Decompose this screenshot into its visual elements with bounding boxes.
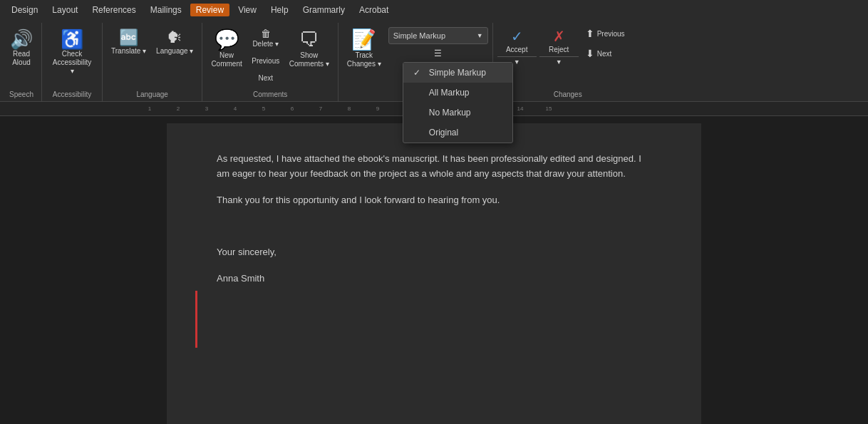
document-area: As requested, I have attached the ebook'… (0, 116, 868, 424)
dropdown-item-original[interactable]: Original (403, 123, 512, 143)
dropdown-item-all-markup[interactable]: All Markup (403, 83, 512, 103)
track-changes-icon: 📝 (351, 30, 376, 50)
previous-change-button[interactable]: ⬆ Previous (582, 24, 639, 43)
paragraph-name: Anna Smith (217, 272, 651, 286)
track-changes-label: TrackChanges ▾ (347, 51, 381, 68)
translate-button[interactable]: 🔤 Translate ▾ (107, 24, 150, 83)
dropdown-no-markup-label: No Markup (429, 108, 471, 118)
next-comment-button[interactable]: Next (248, 70, 284, 86)
ruler-tick-1: 1 (135, 105, 164, 112)
new-comment-label: NewComment (211, 51, 242, 68)
prev-next-area: ⬆ Previous ⬇ Next (582, 24, 639, 77)
ribbon-group-comments: 💬 NewComment 🗑 Delete ▾ Previous Next 🗨 … (202, 23, 338, 101)
track-changes-button[interactable]: 📝 TrackChanges ▾ (343, 24, 386, 83)
reject-button[interactable]: ✗ Reject (539, 24, 579, 57)
ruler-tick-2: 2 (164, 105, 192, 112)
language-icon: 🗣 (167, 30, 182, 46)
show-markup-button[interactable]: ☰ Show Markup ▾ (388, 47, 488, 63)
previous-change-label: Previous (597, 30, 625, 38)
show-comments-label: ShowComments ▾ (289, 51, 329, 68)
ruler-tick-3: 3 (192, 105, 221, 112)
accessibility-group-label: Accessibility (42, 91, 102, 98)
ruler-tick-6: 6 (278, 105, 306, 112)
reject-label: Reject (549, 46, 569, 53)
accept-label: Accept (506, 46, 528, 53)
menu-design[interactable]: Design (6, 4, 43, 16)
ribbon-group-changes: ✓ Accept ▼ ✗ Reject ▼ ⬆ (493, 23, 643, 101)
paragraph-1: As requested, I have attached the ebook'… (217, 152, 651, 182)
language-label: Language ▾ (156, 47, 193, 56)
paragraph-2: Thank you for this opportunity and I loo… (217, 193, 651, 208)
next-arrow-icon: ⬇ (586, 48, 594, 59)
ribbon-group-language: 🔤 Translate ▾ 🗣 Language ▾ Language (103, 23, 202, 101)
comments-group-label: Comments (202, 91, 337, 98)
ribbon-group-speech: 🔊 ReadAloud Speech (1, 23, 42, 101)
menu-acrobat[interactable]: Acrobat (353, 4, 394, 16)
ruler-tick-4: 4 (221, 105, 249, 112)
accessibility-icon: ♿ (61, 30, 83, 48)
reject-dropdown-button[interactable]: ▼ (539, 57, 579, 67)
accept-icon: ✓ (511, 28, 523, 45)
ruler-tick-8: 8 (335, 105, 363, 112)
document[interactable]: As requested, I have attached the ebook'… (167, 123, 701, 424)
speech-group-label: Speech (1, 91, 41, 98)
ruler-tick-7: 7 (306, 105, 335, 112)
check-mark-simple: ✓ (413, 68, 423, 78)
show-markup-icon: ☰ (434, 48, 442, 58)
dropdown-simple-markup-label: Simple Markup (429, 68, 486, 78)
translate-icon: 🔤 (119, 30, 138, 46)
previous-comment-button[interactable]: Previous (248, 53, 284, 68)
ruler-tick-9: 9 (363, 105, 392, 112)
accept-dropdown-arrow: ▼ (514, 58, 520, 66)
menu-bar: Design Layout References Mailings Review… (0, 0, 868, 20)
next-change-button[interactable]: ⬇ Next (582, 44, 639, 63)
ribbon-group-tracking: 📝 TrackChanges ▾ Simple Markup ▼ ☰ Show … (339, 23, 493, 101)
language-group-label: Language (103, 91, 202, 98)
markup-current-value: Simple Markup (393, 31, 445, 40)
new-comment-icon: 💬 (215, 30, 239, 50)
markup-dropdown-menu: ✓ Simple Markup All Markup No Markup Ori… (403, 62, 513, 143)
markup-dropdown-button[interactable]: Simple Markup ▼ (388, 27, 488, 44)
next-comment-label: Next (258, 74, 273, 82)
dropdown-item-simple-markup[interactable]: ✓ Simple Markup (403, 63, 512, 83)
dropdown-all-markup-label: All Markup (429, 88, 470, 98)
changes-group-label: Changes (493, 91, 643, 98)
translate-label: Translate ▾ (111, 47, 146, 56)
ruler-tick-5: 5 (249, 105, 278, 112)
change-bar-1 (195, 291, 197, 348)
menu-view[interactable]: View (232, 4, 262, 16)
delete-icon: 🗑 (261, 28, 271, 39)
check-accessibility-label: CheckAccessibility ▾ (51, 50, 93, 76)
read-aloud-label: ReadAloud (12, 50, 31, 67)
dropdown-original-label: Original (429, 128, 458, 138)
previous-arrow-icon: ⬆ (586, 28, 594, 39)
paragraph-sincerely: Your sincerely, (217, 245, 651, 260)
reject-button-area: ✗ Reject ▼ (539, 24, 579, 67)
ribbon: 🔊 ReadAloud Speech ♿ CheckAccessibility … (0, 20, 868, 102)
reject-icon: ✗ (553, 28, 565, 45)
menu-help[interactable]: Help (265, 4, 294, 16)
language-button[interactable]: 🗣 Language ▾ (152, 24, 197, 83)
menu-references[interactable]: References (86, 4, 141, 16)
ruler-tick-15: 15 (534, 105, 563, 112)
ribbon-group-accessibility: ♿ CheckAccessibility ▾ Accessibility (42, 23, 103, 101)
previous-comment-label: Previous (252, 57, 279, 65)
menu-grammarly[interactable]: Grammarly (297, 4, 351, 16)
markup-dropdown-arrow: ▼ (477, 32, 483, 39)
menu-review[interactable]: Review (190, 4, 229, 16)
next-change-label: Next (597, 50, 612, 58)
show-comments-icon: 🗨 (299, 30, 319, 50)
accept-button-area: ✓ Accept ▼ (497, 24, 537, 67)
accept-button[interactable]: ✓ Accept (497, 24, 537, 57)
new-comment-button[interactable]: 💬 NewComment (207, 24, 246, 83)
delete-label: Delete ▾ (252, 40, 279, 48)
read-aloud-button[interactable]: 🔊 ReadAloud (6, 24, 37, 83)
delete-comment-button[interactable]: 🗑 Delete ▾ (248, 24, 284, 51)
paragraph-3 (217, 219, 651, 234)
show-comments-button[interactable]: 🗨 ShowComments ▾ (285, 24, 334, 83)
reject-dropdown-arrow: ▼ (556, 58, 562, 66)
menu-mailings[interactable]: Mailings (145, 4, 187, 16)
check-accessibility-button[interactable]: ♿ CheckAccessibility ▾ (46, 24, 98, 83)
menu-layout[interactable]: Layout (46, 4, 83, 16)
dropdown-item-no-markup[interactable]: No Markup (403, 103, 512, 123)
